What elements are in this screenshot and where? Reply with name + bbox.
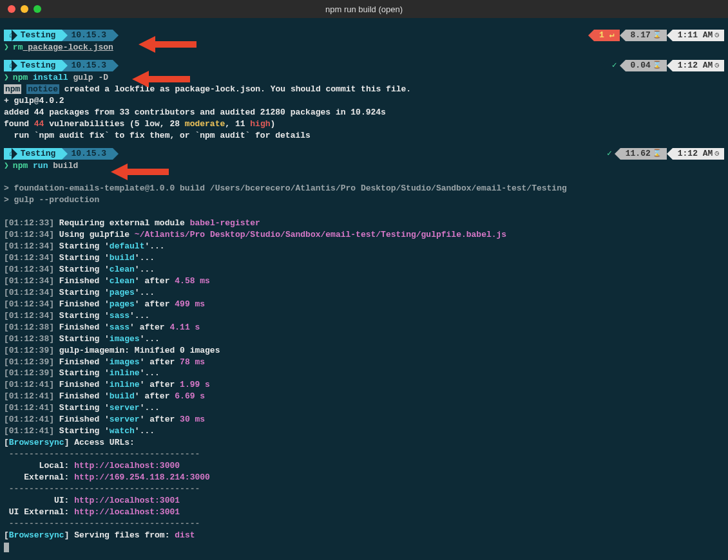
prompt-right-status: 1 ↵ 8.17 ⌛ 1:11 AM ◷ — [588, 30, 724, 41]
terminal-output-line: > foundation-emails-template@1.0.0 build… — [4, 183, 724, 194]
chevron-left-icon — [667, 30, 673, 41]
terminal-output-line: -------------------------------------- — [4, 483, 724, 495]
terminal-content[interactable]: ⌂ Testing 10.15.3 1 ↵ 8.17 ⌛ 1:11 AM ◷❯r… — [0, 18, 728, 557]
hourglass-icon: ⌛ — [653, 149, 662, 158]
svg-marker-2 — [111, 163, 169, 180]
prompt-directory: Testing — [17, 30, 62, 41]
command-line: ❯npm install gulp -D — [4, 72, 724, 84]
close-window-button[interactable] — [8, 5, 15, 13]
chevron-right-icon — [113, 30, 119, 41]
command-arg: package-lock.json — [23, 42, 113, 52]
terminal-output-line: [01:12:34] Starting 'clean'... — [4, 264, 724, 275]
terminal-output-line: [Browsersync] Access URLs: — [4, 437, 724, 449]
prompt-symbol: ❯ — [4, 161, 9, 171]
terminal-output-line: [01:12:41] Starting 'watch'... — [4, 425, 724, 437]
terminal-output-line: [01:12:34] Starting 'pages'... — [4, 287, 724, 299]
prompt-right-status: ✓ 11.62 ⌛ 1:12 AM ◷ — [596, 148, 724, 160]
chevron-right-icon — [62, 148, 68, 160]
status-ok: ✓ — [602, 148, 615, 160]
command-args: build — [53, 161, 78, 171]
home-icon: ⌂ — [4, 148, 17, 160]
chevron-right-icon — [62, 30, 68, 41]
terminal-output-line: UI: http://localhost:3001 — [4, 495, 724, 507]
command-args: gulp -D — [73, 73, 108, 82]
terminal-output-line: [01:12:34] Finished 'clean' after 4.58 m… — [4, 275, 724, 287]
terminal-cursor-line[interactable] — [4, 541, 724, 553]
command-block: ⌂ Testing 10.15.3 ✓ 0.04 ⌛ 1:12 AM ◷❯npm… — [4, 60, 724, 142]
terminal-output-line: run `npm audit fix` to fix them, or `npm… — [4, 130, 724, 142]
maximize-window-button[interactable] — [34, 5, 41, 13]
status-ok: ✓ — [607, 60, 620, 71]
clock-icon: ◷ — [714, 30, 719, 40]
annotation-arrow-icon — [111, 162, 169, 182]
prompt-row: ⌂ Testing 10.15.3 ✓ 0.04 ⌛ 1:12 AM ◷ — [4, 60, 724, 71]
status-time: 1:12 AM ◷ — [673, 148, 724, 160]
home-icon: ⌂ — [4, 60, 17, 71]
chevron-left-icon — [588, 30, 594, 41]
terminal-output-line: -------------------------------------- — [4, 518, 724, 530]
svg-marker-1 — [132, 71, 190, 88]
status-duration: 8.17 ⌛ — [626, 30, 667, 41]
status-duration: 11.62 ⌛ — [620, 148, 667, 160]
annotation-arrow-icon — [132, 70, 190, 89]
status-time: 1:12 AM ◷ — [673, 60, 724, 71]
prompt-symbol: ❯ — [4, 73, 9, 82]
prompt-row: ⌂ Testing 10.15.3 ✓ 11.62 ⌛ 1:12 AM ◷ — [4, 148, 724, 160]
status-time: 1:11 AM ◷ — [673, 30, 724, 41]
command-block: ⌂ Testing 10.15.3 ✓ 11.62 ⌛ 1:12 AM ◷❯np… — [4, 148, 724, 541]
chevron-left-icon — [601, 60, 607, 71]
terminal-output-line: External: http://169.254.118.214:3000 — [4, 472, 724, 483]
chevron-right-icon — [62, 60, 68, 71]
terminal-output-line: [01:12:41] Finished 'server' after 30 ms — [4, 414, 724, 425]
chevron-left-icon — [620, 60, 626, 71]
command-block: ⌂ Testing 10.15.3 1 ↵ 8.17 ⌛ 1:11 AM ◷❯r… — [4, 30, 724, 53]
prompt-left: ⌂ Testing 10.15.3 — [4, 148, 119, 160]
status-duration: 0.04 ⌛ — [626, 60, 667, 71]
terminal-output-line: [01:12:38] Starting 'images'... — [4, 333, 724, 345]
terminal-output-line: added 44 packages from 33 contributors a… — [4, 107, 724, 118]
command-name: rm — [13, 42, 23, 52]
terminal-output-line: [01:12:34] Starting 'sass'... — [4, 310, 724, 322]
chevron-right-icon — [113, 148, 119, 160]
terminal-output-line: UI External: http://localhost:3001 — [4, 507, 724, 518]
terminal-output-line: [01:12:39] Starting 'inline'... — [4, 368, 724, 379]
window-titlebar: npm run build (open) — [0, 0, 728, 18]
terminal-output-line — [4, 206, 724, 218]
terminal-output-line: [01:12:38] Finished 'sass' after 4.11 s — [4, 322, 724, 333]
terminal-output-line: [01:12:34] Starting 'default'... — [4, 241, 724, 252]
minimize-window-button[interactable] — [21, 5, 28, 13]
terminal-output-line: -------------------------------------- — [4, 449, 724, 460]
terminal-output-line: [01:12:34] Starting 'build'... — [4, 252, 724, 264]
status-error: 1 ↵ — [594, 30, 619, 41]
terminal-output-line: [01:12:34] Finished 'pages' after 499 ms — [4, 299, 724, 310]
terminal-output-line: [01:12:41] Starting 'server'... — [4, 402, 724, 414]
window-title: npm run build (open) — [325, 5, 403, 14]
terminal-output-line: Local: http://localhost:3000 — [4, 460, 724, 472]
terminal-output-line: > gulp --production — [4, 194, 724, 206]
terminal-output-line: [01:12:34] Using gulpfile ~/Atlantis/Pro… — [4, 229, 724, 241]
prompt-right-status: ✓ 0.04 ⌛ 1:12 AM ◷ — [601, 60, 724, 71]
terminal-output-line: [01:12:41] Finished 'build' after 6.69 s — [4, 391, 724, 402]
terminal-output-line: [01:12:33] Requiring external module bab… — [4, 218, 724, 229]
terminal-output-line: npm notice created a lockfile as package… — [4, 84, 724, 95]
clock-icon: ◷ — [714, 61, 719, 70]
terminal-output-line: [Browsersync] Serving files from: dist — [4, 530, 724, 541]
terminal-output-line: [01:12:39] gulp-imagemin: Minified 0 ima… — [4, 345, 724, 357]
prompt-left: ⌂ Testing 10.15.3 — [4, 60, 119, 71]
home-icon: ⌂ — [4, 30, 17, 41]
prompt-row: ⌂ Testing 10.15.3 1 ↵ 8.17 ⌛ 1:11 AM ◷ — [4, 30, 724, 41]
traffic-lights — [8, 5, 41, 13]
svg-marker-0 — [139, 36, 196, 53]
chevron-left-icon — [596, 148, 602, 160]
prompt-node-version: 10.15.3 — [62, 60, 113, 71]
prompt-directory: Testing — [17, 60, 62, 71]
prompt-symbol: ❯ — [4, 42, 9, 52]
terminal-output-line: [01:12:41] Finished 'inline' after 1.99 … — [4, 379, 724, 391]
command-subcommand: install — [33, 73, 68, 82]
terminal-output-line: [01:12:39] Finished 'images' after 78 ms — [4, 357, 724, 368]
chevron-left-icon — [667, 148, 673, 160]
chevron-left-icon — [620, 30, 626, 41]
hourglass-icon: ⌛ — [653, 30, 662, 40]
chevron-left-icon — [667, 60, 673, 71]
prompt-node-version: 10.15.3 — [62, 148, 113, 160]
